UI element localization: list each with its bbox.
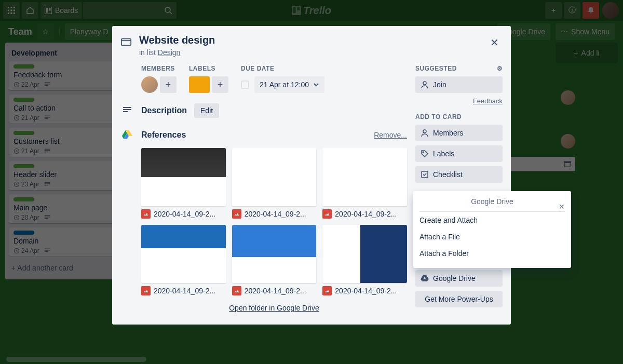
card-modal: Website design in list Design ✕ MEMBERS … [112, 26, 511, 325]
list-link[interactable]: Design [158, 48, 181, 57]
checklist-icon [421, 170, 429, 179]
svg-point-47 [423, 152, 424, 153]
card-title[interactable]: Website design [139, 34, 215, 46]
attach-file-item[interactable]: Attach a File [419, 228, 565, 245]
members-heading: MEMBERS [141, 65, 177, 72]
image-file-icon [232, 286, 241, 295]
reference-thumbnail[interactable] [322, 225, 407, 283]
drive-icon [120, 130, 134, 140]
suggested-heading: SUGGESTED [415, 65, 457, 72]
image-file-icon [322, 286, 332, 295]
due-heading: DUE DATE [241, 65, 324, 72]
svg-rect-41 [121, 39, 131, 46]
reference-thumbnail[interactable] [322, 148, 407, 206]
reference-thumbnail[interactable] [232, 225, 317, 283]
tag-icon [421, 150, 429, 158]
drive-icon [421, 275, 429, 282]
open-folder-link[interactable]: Open folder in Google Drive [229, 304, 319, 312]
attach-folder-item[interactable]: Attach a Folder [419, 245, 565, 262]
references-heading: References [141, 130, 186, 140]
card-icon [120, 34, 132, 48]
reference-thumbnail[interactable] [232, 148, 317, 206]
reference-thumbnail[interactable] [141, 148, 226, 206]
image-file-icon [141, 286, 151, 295]
create-and-attach-item[interactable]: Create and Attach [419, 212, 565, 228]
google-drive-popover: Google Drive✕ Create and Attach Attach a… [413, 191, 571, 268]
due-date-button[interactable]: 21 Apr at 12:00 [254, 76, 324, 93]
member-avatar[interactable] [141, 76, 158, 93]
image-file-icon [141, 209, 151, 219]
google-drive-button[interactable]: Google Drive [415, 270, 503, 287]
get-powerups-button[interactable]: Get More Power-Ups [415, 291, 503, 307]
svg-rect-43 [123, 109, 131, 110]
add-member-button[interactable]: + [160, 76, 177, 93]
reference-filename: 2020-04-14_09-2... [141, 209, 226, 219]
reference-filename: 2020-04-14_09-2... [141, 286, 226, 295]
reference-filename: 2020-04-14_09-2... [232, 209, 317, 219]
description-icon [120, 105, 134, 116]
svg-rect-44 [123, 111, 128, 112]
reference-filename: 2020-04-14_09-2... [322, 209, 407, 219]
checklist-button[interactable]: Checklist [415, 166, 503, 183]
feedback-link[interactable]: Feedback [415, 97, 503, 105]
reference-filename: 2020-04-14_09-2... [322, 286, 407, 295]
image-file-icon [232, 209, 241, 219]
popover-title: Google Drive [471, 197, 513, 206]
join-button[interactable]: Join [415, 76, 503, 93]
labels-button[interactable]: Labels [415, 145, 503, 162]
svg-point-46 [423, 130, 426, 133]
description-heading: Description [141, 106, 187, 115]
close-modal-button[interactable]: ✕ [486, 34, 503, 51]
add-label-button[interactable]: + [212, 76, 228, 93]
svg-rect-42 [123, 107, 131, 108]
gear-icon[interactable]: ⚙ [497, 65, 503, 72]
person-icon [421, 129, 429, 137]
card-list-location: in list Design [139, 48, 215, 57]
label-orange[interactable] [189, 76, 210, 93]
add-to-card-heading: ADD TO CARD [415, 113, 503, 120]
labels-heading: LABELS [189, 65, 228, 72]
remove-references-link[interactable]: Remove... [374, 131, 407, 139]
edit-description-button[interactable]: Edit [194, 103, 219, 118]
chevron-down-icon [313, 82, 319, 88]
person-icon [421, 80, 429, 89]
image-file-icon [322, 209, 332, 219]
close-popover-button[interactable]: ✕ [559, 196, 565, 217]
reference-filename: 2020-04-14_09-2... [232, 286, 317, 295]
reference-thumbnail[interactable] [141, 225, 226, 283]
due-checkbox[interactable] [241, 80, 249, 89]
svg-point-45 [423, 82, 426, 85]
members-button[interactable]: Members [415, 125, 503, 141]
